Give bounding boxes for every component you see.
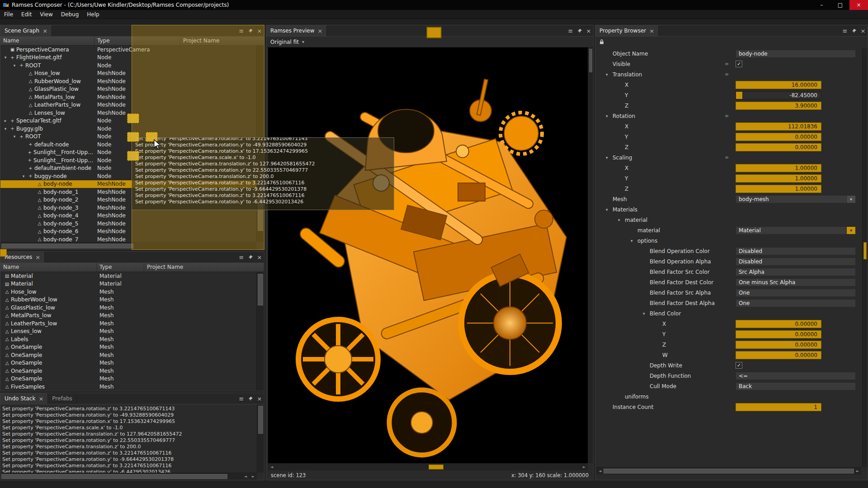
tab-undo-stack[interactable]: Undo Stack × xyxy=(0,393,48,404)
list-item[interactable]: ▤ Material Material xyxy=(0,280,256,288)
checkbox[interactable]: ✓ xyxy=(736,362,742,369)
list-item[interactable]: △ FiveSamples Mesh xyxy=(0,383,256,390)
property-row[interactable]: ▾ material ∞ ✓ ▾ xyxy=(595,215,861,225)
menu-icon[interactable]: ≡ xyxy=(566,25,575,36)
property-row[interactable]: Blend Factor Src Color ∞ Src Alpha Src A… xyxy=(595,267,861,277)
checkbox[interactable]: ✓ xyxy=(736,61,742,67)
value-field[interactable]: Back xyxy=(736,382,856,390)
property-row[interactable]: ▾ Rotation ∞ ✓ ▾ xyxy=(595,111,861,121)
tab-scene-graph[interactable]: Scene Graph × xyxy=(0,25,52,36)
expander-icon[interactable]: ▾ xyxy=(11,63,18,68)
scrollbar-thumb[interactable] xyxy=(429,465,443,469)
scrollbar-vertical[interactable] xyxy=(862,48,868,467)
undo-log-entry[interactable]: Set property 'PerspectiveCamera.translat… xyxy=(2,431,255,437)
value-spinbox[interactable]: 1 xyxy=(736,403,821,411)
list-item[interactable]: △ Labels Mesh xyxy=(0,335,256,343)
property-row[interactable]: Z ∞ 0.00000 0.00000 ✓ 0.00000▾ xyxy=(595,142,861,152)
pin-icon[interactable] xyxy=(849,25,859,36)
dock-indicator-top[interactable] xyxy=(127,113,139,123)
close-icon[interactable]: × xyxy=(35,254,40,261)
property-row[interactable]: Blend Factor Dest Color ∞ One minus Src … xyxy=(595,277,861,287)
property-row[interactable]: Mesh ∞ body-mesh body-mesh ✓ body-mesh▾ xyxy=(595,194,861,204)
scrollbar-thumb[interactable] xyxy=(1,244,133,249)
scrollbar-horizontal[interactable]: ◄ ► xyxy=(0,473,257,480)
scroll-left-icon[interactable]: ◄ xyxy=(242,473,249,480)
property-row[interactable]: Depth Function ∞ <= <= ✓ <=▾ xyxy=(595,371,861,381)
column-header-name[interactable]: Name xyxy=(0,37,94,45)
pin-icon[interactable] xyxy=(246,393,255,404)
property-row[interactable]: Blend Operation Alpha ∞ Disabled Disable… xyxy=(595,256,861,267)
property-row[interactable]: X ∞ 16.00000 16.00000 ✓ 16.00000▾ xyxy=(595,80,861,90)
menu-item[interactable]: Edit xyxy=(17,11,36,18)
value-field[interactable]: Disabled xyxy=(736,258,856,266)
close-icon[interactable]: × xyxy=(649,28,654,34)
list-item[interactable]: △ Lenses_low Mesh xyxy=(0,328,256,336)
scrollbar-thumb[interactable] xyxy=(258,274,263,305)
value-field[interactable]: One xyxy=(736,299,856,307)
close-icon[interactable]: × xyxy=(42,28,47,34)
close-icon[interactable]: × xyxy=(318,28,323,34)
menu-icon[interactable]: ≡ xyxy=(237,252,246,263)
property-row[interactable]: uniforms ∞ ✓ ▾ xyxy=(595,391,861,402)
list-item[interactable]: △ OneSample Mesh xyxy=(0,351,256,359)
value-field[interactable]: Disabled xyxy=(736,247,856,255)
list-item[interactable]: △ MetalParts_low Mesh xyxy=(0,312,256,320)
menu-item[interactable]: View xyxy=(36,11,57,18)
scrollbar-thumb[interactable] xyxy=(604,469,854,474)
list-item[interactable]: △ Hose_low Mesh xyxy=(0,288,256,296)
preview-canvas[interactable] xyxy=(268,47,588,463)
value-field[interactable]: <= xyxy=(736,372,856,380)
close-icon[interactable]: × xyxy=(38,395,43,402)
property-row[interactable]: ▾ Translation ∞ ✓ ▾ xyxy=(595,69,861,80)
scrollbar-vertical[interactable] xyxy=(257,404,264,473)
list-item[interactable]: △ GlassPlastic_low Mesh xyxy=(0,304,256,312)
property-row[interactable]: material ∞ Material Material ✓ Material▾ xyxy=(595,225,861,235)
list-item[interactable]: △ LeatherParts_low Mesh xyxy=(0,319,256,328)
close-icon[interactable]: × xyxy=(255,252,264,263)
chevron-down-icon[interactable]: ▾ xyxy=(846,227,855,234)
property-row[interactable]: ▾ Materials ∞ ✓ ▾ xyxy=(595,204,861,215)
property-row[interactable]: ▾ Scaling ∞ ✓ ▾ xyxy=(595,152,861,163)
property-row[interactable]: Y ∞ 0.00000 0.00000 ✓ 0.00000▾ xyxy=(595,329,861,339)
undo-log-entry[interactable]: Set property 'PerspectiveCamera.rotation… xyxy=(2,463,255,469)
scrollbar-vertical[interactable] xyxy=(588,47,593,463)
undo-log-entry[interactable]: Set property 'PerspectiveCamera.rotation… xyxy=(2,418,255,425)
scrollbar-thumb[interactable] xyxy=(863,242,867,259)
value-spinbox[interactable]: 1.00000 xyxy=(736,164,821,172)
scrollbar-horizontal[interactable]: ◄ ► xyxy=(596,467,861,474)
minimize-button[interactable]: – xyxy=(812,0,831,10)
close-icon[interactable]: × xyxy=(584,25,593,36)
fit-mode-select[interactable]: Original fit xyxy=(270,39,299,45)
scroll-left-icon[interactable]: ◄ xyxy=(596,468,604,474)
value-spinbox[interactable]: 3.90000 xyxy=(736,102,821,110)
tab-property-browser[interactable]: Property Browser × xyxy=(595,25,659,36)
value-spinbox[interactable]: 1.00000 xyxy=(736,185,821,193)
value-spinbox[interactable]: 0.00000 xyxy=(736,330,821,338)
scroll-left-icon[interactable]: ◄ xyxy=(268,464,275,470)
scrollbar-horizontal[interactable]: ◄ ► xyxy=(268,463,588,470)
menu-item[interactable]: Debug xyxy=(57,11,83,18)
value-field[interactable]: One minus Src Alpha xyxy=(736,278,856,286)
expander-icon[interactable]: ▾ xyxy=(631,239,637,243)
property-row[interactable]: Z ∞ 0.00000 0.00000 ✓ 0.00000▾ xyxy=(595,339,861,350)
value-field[interactable]: One xyxy=(736,289,856,297)
property-row[interactable]: Y ∞ 1.00000 1.00000 ✓ 1.00000▾ xyxy=(595,173,861,183)
close-button[interactable]: × xyxy=(849,0,868,10)
value-spinbox[interactable]: 16.00000 xyxy=(736,81,821,89)
tab-ramses-preview[interactable]: Ramses Preview × xyxy=(266,25,327,36)
property-row[interactable]: X ∞ 1.00000 1.00000 ✓ 1.00000▾ xyxy=(595,163,861,173)
value-spinbox[interactable]: 0.00000 xyxy=(736,341,821,349)
property-row[interactable]: Depth Write ∞ ✓ ▾ xyxy=(595,360,861,371)
property-row[interactable]: Z ∞ 3.90000 3.90000 ✓ 3.90000▾ xyxy=(595,100,861,111)
pin-icon[interactable] xyxy=(575,25,584,36)
chevron-down-icon[interactable]: ▾ xyxy=(846,196,855,203)
dock-indicator-center[interactable] xyxy=(127,132,139,142)
expander-icon[interactable]: ▾ xyxy=(20,174,27,178)
property-row[interactable]: W ∞ 0.00000 0.00000 ✓ 0.00000▾ xyxy=(595,350,861,360)
scrollbar-thumb[interactable] xyxy=(589,49,592,72)
close-icon[interactable]: × xyxy=(255,393,264,404)
maximize-button[interactable]: □ xyxy=(831,0,849,10)
value-spinbox[interactable]: 0.00000 xyxy=(736,351,821,359)
list-item[interactable]: △ OneSample Mesh xyxy=(0,343,256,352)
property-row[interactable]: Blend Factor Src Alpha ∞ One One ✓ One▾ xyxy=(595,287,861,298)
